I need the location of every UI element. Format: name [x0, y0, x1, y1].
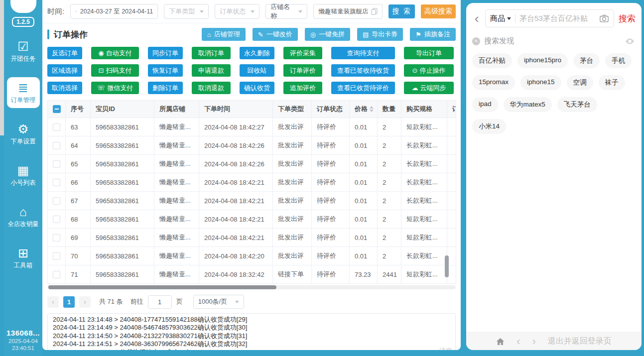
operation-button[interactable]: 区域选择 [47, 64, 82, 77]
sort-asc-icon[interactable] [370, 106, 374, 109]
column-header[interactable]: 数量 [378, 101, 401, 118]
order-type-select[interactable]: 下单类型 [164, 4, 209, 19]
operation-button[interactable]: 取消订单 [192, 47, 231, 59]
ops-header-button[interactable]: ⌂ 店铺管理 [202, 28, 246, 41]
order-status-select[interactable]: 订单状态 [215, 4, 259, 19]
search-tag[interactable]: 空调 [567, 75, 593, 90]
operation-button[interactable]: 确认收货 [240, 82, 274, 94]
shop-name-select[interactable]: 店铺名称 [265, 4, 307, 19]
column-header[interactable]: 价格 [350, 101, 378, 118]
back-chevron-icon[interactable]: ‹ [471, 13, 482, 24]
calendar-icon [75, 8, 77, 15]
row-checkbox[interactable] [53, 234, 60, 241]
clear-log-button[interactable]: 清空 [437, 347, 452, 350]
current-page-button[interactable]: 1 [63, 296, 75, 308]
shop-search-button[interactable]: 搜索 [619, 13, 636, 24]
operation-button[interactable]: 追加评价 [283, 82, 322, 94]
row-checkbox[interactable] [53, 271, 60, 278]
shop-name-value-box[interactable]: 懒趣猪童装旗舰店 [313, 4, 383, 19]
row-checkbox[interactable] [53, 123, 60, 131]
camera-icon[interactable] [599, 14, 609, 23]
column-header[interactable]: 下单时间 [199, 101, 273, 118]
column-header[interactable]: 宝贝ID [91, 101, 154, 118]
advanced-search-button[interactable]: 高级搜索 [421, 4, 456, 18]
search-tag[interactable]: 百亿补贴 [472, 53, 512, 68]
operation-button[interactable]: ⊡ 扫码支付 [91, 64, 139, 77]
goto-page-input[interactable] [148, 295, 172, 309]
ops-header-button[interactable]: ✎ 一键改价 [253, 28, 298, 41]
operation-button[interactable]: 反选订单 [47, 47, 82, 59]
row-checkbox[interactable] [53, 216, 60, 223]
eye-icon[interactable] [625, 38, 635, 45]
column-header[interactable]: 订单状态 [312, 101, 350, 118]
search-tag[interactable]: 飞天茅台 [557, 97, 597, 112]
search-tag[interactable]: 袜子 [599, 75, 625, 90]
operation-button[interactable]: ◉ 自动支付 [91, 47, 139, 59]
sort-desc-icon[interactable] [370, 110, 374, 112]
row-checkbox[interactable] [53, 142, 60, 149]
sidebar-item-label: 下单设置 [11, 137, 36, 146]
search-category-select[interactable]: 商品 [490, 14, 511, 23]
nav-back-icon[interactable]: ‹ [516, 337, 520, 347]
operation-button[interactable]: 查看已签收待收货 [331, 64, 395, 77]
sidebar-item[interactable]: ⚙ 下单设置 [7, 119, 40, 149]
operation-button[interactable]: 导出订单 [404, 47, 454, 59]
home-icon[interactable] [496, 338, 505, 346]
column-header[interactable]: 下单类型 [273, 101, 312, 118]
column-header-label: 订 [452, 105, 456, 114]
horizontal-scrollbar-thumb[interactable] [48, 285, 276, 289]
shop-search-box[interactable]: 商品 茅台53茅台百亿补贴 [485, 9, 614, 27]
operation-button[interactable]: 删除订单 [148, 82, 183, 94]
exit-to-login-link[interactable]: 退出并返回登录页 [548, 336, 612, 347]
operation-button[interactable]: 永久删除 [240, 47, 274, 59]
column-header[interactable]: 序号 [66, 101, 91, 118]
search-tag[interactable]: iphone15pro [517, 53, 568, 68]
sidebar-item[interactable]: ⌂ 全店改销量 [7, 201, 40, 232]
operation-button[interactable]: 订单评价 [283, 64, 322, 77]
search-tag[interactable]: 茅台 [573, 53, 600, 68]
ops-header-button[interactable]: ⚑ 插旗备注 [410, 28, 456, 41]
column-header[interactable]: 所属店铺 [154, 101, 199, 118]
nav-forward-icon[interactable]: › [532, 337, 536, 347]
operation-button[interactable]: 回收站 [240, 64, 274, 77]
sidebar-item[interactable]: ≣ 订单管理 [7, 77, 40, 108]
row-checkbox[interactable] [53, 197, 60, 205]
search-tag[interactable]: 华为matex5 [504, 97, 552, 112]
next-page-button[interactable]: › [79, 296, 91, 308]
search-button[interactable]: 搜 索 [388, 4, 415, 18]
row-checkbox[interactable] [53, 179, 60, 186]
search-tag[interactable]: ipad [472, 97, 498, 112]
search-tag[interactable]: iphone15 [520, 75, 561, 90]
row-checkbox[interactable] [53, 160, 60, 168]
sidebar-item[interactable]: ☑ 开团任务 [7, 36, 40, 67]
copy-icon[interactable] [371, 8, 378, 15]
operation-button[interactable]: ☏ 微信支付 [91, 82, 139, 94]
select-all-checkbox[interactable] [53, 105, 61, 113]
column-header[interactable]: 购买规格 [401, 101, 447, 118]
sidebar-item[interactable]: ⊞ 工具箱 [7, 242, 40, 273]
operation-button[interactable]: 查询待支付 [331, 47, 395, 59]
operation-button[interactable]: 评价采集 [283, 47, 322, 59]
vertical-scrollbar[interactable] [445, 255, 449, 277]
operation-button[interactable]: 恢复订单 [148, 64, 183, 77]
operation-button[interactable]: ⊙ 停止操作 [404, 64, 454, 77]
operation-button[interactable]: ☁ 云端同步 [404, 82, 454, 94]
operation-button[interactable]: 取消选择 [47, 82, 82, 94]
operation-button[interactable]: 取消退款 [192, 82, 231, 94]
operation-button[interactable]: 同步订单 [148, 47, 183, 59]
search-tag[interactable]: 小米14 [472, 119, 506, 134]
column-header[interactable]: 订 [447, 101, 456, 118]
search-tag[interactable]: 手机 [605, 53, 632, 68]
ops-header-button[interactable]: ▤ 导出卡券 [357, 28, 403, 41]
horizontal-scrollbar-track[interactable] [47, 285, 456, 289]
sort-icons[interactable] [370, 106, 374, 112]
prev-page-button[interactable]: ‹ [47, 296, 59, 308]
row-checkbox[interactable] [53, 252, 60, 260]
operation-button[interactable]: 查看已收货待评价 [331, 82, 395, 94]
page-size-select[interactable]: 1000条/页 [193, 295, 244, 309]
date-range-input[interactable]: 2024-03-27 至 2024-04-11 [70, 4, 158, 19]
operation-button[interactable]: 申请退款 [192, 64, 231, 77]
sidebar-item[interactable]: ▦ 小号列表 [7, 160, 40, 191]
ops-header-button[interactable]: ◎ 一键免拼 [305, 28, 350, 41]
search-tag[interactable]: 15promax [472, 75, 515, 90]
